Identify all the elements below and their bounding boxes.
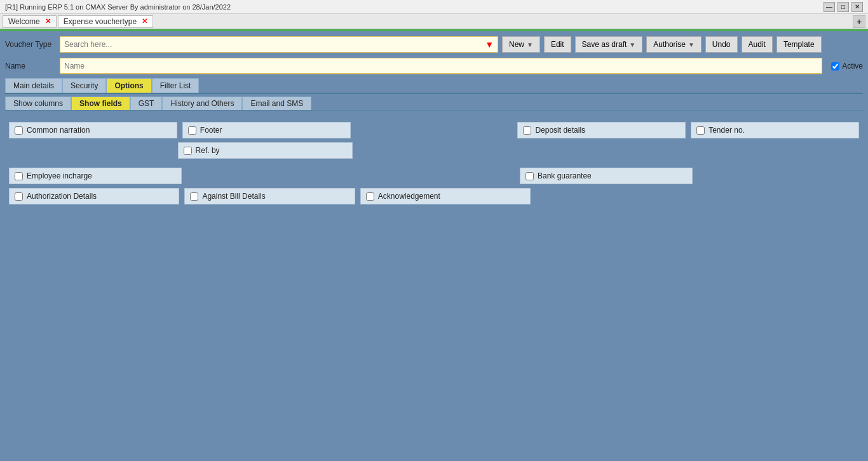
- subtab-history[interactable]: History and Others: [162, 97, 242, 110]
- tab-welcome-close[interactable]: ✕: [45, 17, 51, 25]
- close-button[interactable]: ✕: [851, 2, 863, 12]
- fields-row3: Employee incharge Bank guarantee: [9, 168, 859, 184]
- checkbox-tender-no[interactable]: [696, 126, 705, 135]
- field-employee-incharge: Employee incharge: [9, 168, 182, 184]
- label-deposit-details: Deposit details: [535, 126, 585, 135]
- tab-bar: Welcome ✕ Expense vouchertype ✕ +: [0, 14, 868, 29]
- window-controls: — □ ✕: [824, 2, 863, 12]
- search-dropdown-arrow[interactable]: ▼: [485, 39, 494, 50]
- empty-cell-5: [695, 142, 859, 159]
- field-authorization-details: Authorization Details: [9, 188, 179, 204]
- checkbox-footer[interactable]: [188, 126, 196, 135]
- checkbox-bank-guarantee[interactable]: [526, 172, 534, 180]
- active-label: Active: [842, 62, 863, 70]
- main-content: Voucher Type ▼ New ▼ Edit Save as draft …: [0, 31, 868, 220]
- save-as-draft-button[interactable]: Save as draft ▼: [575, 36, 643, 53]
- checkbox-common-narration[interactable]: [15, 126, 23, 135]
- fields-row2: Ref. by: [9, 142, 859, 159]
- field-acknowledgement: Acknowledgement: [360, 188, 531, 204]
- empty-cell-1: [356, 122, 513, 138]
- fields-row1: Common narration Footer Deposit details …: [9, 122, 859, 138]
- subtab-gst[interactable]: GST: [130, 97, 163, 110]
- add-tab-button[interactable]: +: [853, 15, 865, 28]
- section-divider: [9, 163, 859, 168]
- subtab-email-sms[interactable]: Email and SMS: [242, 97, 311, 110]
- field-ref-by: Ref. by: [178, 142, 353, 159]
- voucher-type-label: Voucher Type: [5, 40, 56, 49]
- subtab-show-fields[interactable]: Show fields: [71, 97, 130, 110]
- name-label: Name: [5, 62, 56, 70]
- authorise-button[interactable]: Authorise ▼: [646, 36, 702, 53]
- label-acknowledgement: Acknowledgement: [378, 192, 440, 201]
- label-ref-by: Ref. by: [196, 146, 220, 155]
- tab-welcome[interactable]: Welcome ✕: [3, 15, 57, 28]
- tab-main-details[interactable]: Main details: [5, 78, 62, 93]
- label-tender-no: Tender no.: [709, 126, 745, 135]
- empty-cell-10: [700, 188, 859, 204]
- field-against-bill-details: Against Bill Details: [184, 188, 355, 204]
- empty-cell-2: [9, 142, 173, 159]
- checkbox-deposit-details[interactable]: [523, 126, 531, 135]
- checkbox-against-bill-details[interactable]: [190, 192, 198, 201]
- new-button[interactable]: New ▼: [502, 36, 540, 53]
- search-input[interactable]: [64, 40, 485, 49]
- active-checkbox-group: Active: [831, 62, 863, 70]
- undo-button[interactable]: Undo: [705, 36, 738, 53]
- nav-tabs: Main details Security Options Filter Lis…: [5, 78, 863, 94]
- tab-filter-list[interactable]: Filter List: [152, 78, 200, 93]
- name-input[interactable]: [60, 58, 822, 74]
- fields-row4: Authorization Details Against Bill Detai…: [9, 188, 859, 204]
- tab-security[interactable]: Security: [62, 78, 106, 93]
- save-draft-dropdown-arrow[interactable]: ▼: [629, 41, 635, 48]
- sub-tabs: Show columns Show fields GST History and…: [5, 97, 863, 110]
- checkbox-ref-by[interactable]: [184, 147, 192, 155]
- field-footer: Footer: [182, 122, 351, 138]
- empty-cell-4: [527, 142, 691, 159]
- subtab-show-columns[interactable]: Show columns: [5, 97, 71, 110]
- window-title: [R1] Running ERP 5.1 on CMAX Server By a…: [5, 3, 231, 11]
- content-panel: Common narration Footer Deposit details …: [5, 116, 863, 215]
- new-dropdown-arrow[interactable]: ▼: [527, 41, 533, 48]
- field-tender-no: Tender no.: [691, 122, 859, 138]
- minimize-button[interactable]: —: [824, 2, 835, 12]
- tab-expense-vouchertype[interactable]: Expense vouchertype ✕: [58, 15, 153, 28]
- authorise-dropdown-arrow[interactable]: ▼: [688, 41, 695, 48]
- active-checkbox[interactable]: [831, 62, 839, 70]
- toolbar: Voucher Type ▼ New ▼ Edit Save as draft …: [5, 36, 863, 53]
- empty-cell-9: [536, 188, 695, 204]
- field-common-narration: Common narration: [9, 122, 177, 138]
- label-footer: Footer: [200, 126, 222, 135]
- tab-expense-close[interactable]: ✕: [142, 17, 147, 25]
- checkbox-acknowledgement[interactable]: [366, 192, 374, 201]
- tab-welcome-label: Welcome: [8, 17, 40, 26]
- template-button[interactable]: Template: [776, 36, 822, 53]
- tab-options[interactable]: Options: [106, 78, 151, 93]
- empty-cell-6: [187, 168, 348, 184]
- checkbox-authorization-details[interactable]: [15, 192, 23, 201]
- label-against-bill-details: Against Bill Details: [202, 192, 265, 201]
- label-authorization-details: Authorization Details: [27, 192, 97, 201]
- audit-button[interactable]: Audit: [742, 36, 773, 53]
- maximize-button[interactable]: □: [837, 2, 849, 12]
- label-bank-guarantee: Bank guarantee: [538, 171, 592, 180]
- label-common-narration: Common narration: [27, 126, 90, 135]
- empty-cell-3: [358, 142, 522, 159]
- label-employee-incharge: Employee incharge: [27, 171, 92, 180]
- field-deposit-details: Deposit details: [517, 122, 686, 138]
- edit-button[interactable]: Edit: [544, 36, 571, 53]
- checkbox-employee-incharge[interactable]: [15, 172, 23, 180]
- empty-cell-7: [353, 168, 515, 184]
- name-row: Name Active: [5, 58, 863, 74]
- empty-cell-8: [698, 168, 859, 184]
- title-bar: [R1] Running ERP 5.1 on CMAX Server By a…: [0, 0, 868, 14]
- search-box: ▼: [60, 36, 498, 53]
- field-bank-guarantee: Bank guarantee: [520, 168, 693, 184]
- tab-expense-label: Expense vouchertype: [64, 17, 137, 26]
